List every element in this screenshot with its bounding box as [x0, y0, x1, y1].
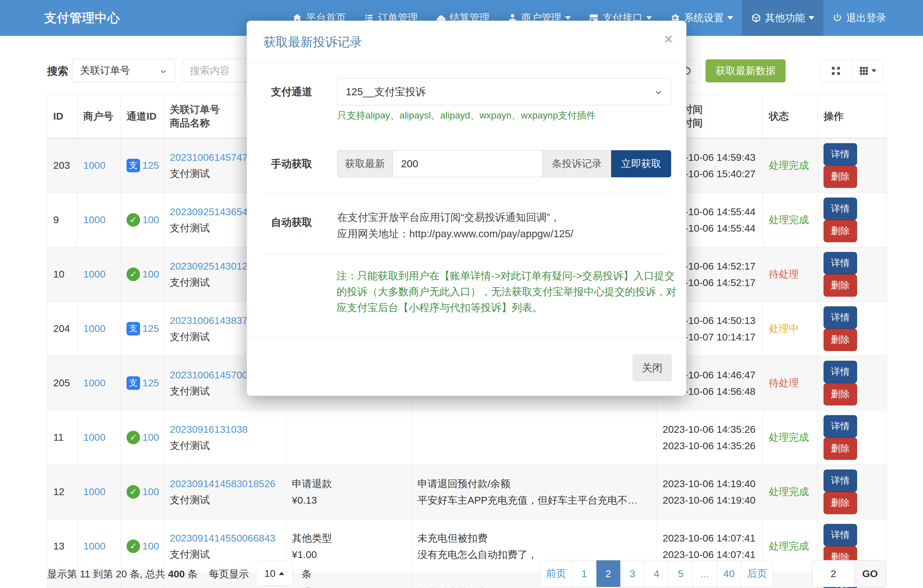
- order-number-link[interactable]: 2023091414550066843: [170, 532, 275, 544]
- merchant-link[interactable]: 1000: [83, 541, 106, 552]
- cell-merchant: 1000: [77, 138, 121, 193]
- cell-merchant: 1000: [77, 410, 121, 465]
- column-header: 操作: [818, 94, 887, 138]
- detail-button[interactable]: 详情: [824, 361, 857, 383]
- detail-button[interactable]: 详情: [824, 252, 857, 274]
- channel-id-link[interactable]: 125: [143, 377, 159, 389]
- cell-merchant: 1000: [77, 519, 121, 573]
- cell-actions: 详情删除: [818, 247, 887, 301]
- cell-channel: 支 125: [121, 138, 164, 193]
- modal-close-button[interactable]: 关闭: [632, 354, 672, 381]
- merchant-link[interactable]: 1000: [83, 432, 106, 443]
- alipay-channel-icon: 支: [126, 376, 140, 390]
- merchant-link[interactable]: 1000: [83, 377, 106, 388]
- detail-button[interactable]: 详情: [824, 198, 857, 220]
- chevron-down-icon: [654, 88, 663, 96]
- delete-button[interactable]: 删除: [824, 329, 857, 351]
- merchant-link[interactable]: 1000: [83, 323, 106, 334]
- nav-item-其他功能[interactable]: 其他功能: [742, 0, 823, 36]
- delete-button[interactable]: 删除: [824, 220, 857, 242]
- channel-id-link[interactable]: 100: [143, 214, 159, 226]
- close-icon[interactable]: ×: [664, 32, 673, 46]
- wechat-channel-icon: ✓: [126, 213, 140, 227]
- channel-id-link[interactable]: 100: [143, 486, 159, 498]
- fetch-now-button[interactable]: 立即获取: [611, 150, 671, 177]
- delete-button[interactable]: 删除: [824, 437, 857, 460]
- page-button[interactable]: 5: [668, 560, 693, 587]
- nav-item-退出登录[interactable]: 退出登录: [823, 0, 895, 36]
- grid-icon: [859, 66, 869, 76]
- channel-id-link[interactable]: 125: [143, 323, 159, 334]
- order-number-link[interactable]: 20231006145700: [170, 369, 248, 380]
- channel-id-link[interactable]: 100: [143, 432, 159, 443]
- page-jump-go-button[interactable]: GO: [855, 560, 886, 587]
- page-button-active[interactable]: 2: [596, 560, 620, 587]
- order-number-link[interactable]: 20231006143837: [170, 315, 248, 326]
- detail-button[interactable]: 详情: [824, 415, 857, 437]
- order-number-link[interactable]: 20231006145747: [170, 152, 248, 163]
- fetch-count-input[interactable]: [393, 150, 542, 177]
- status-badge: 处理中: [769, 323, 799, 334]
- chevron-down-icon: [159, 67, 167, 74]
- merchant-link[interactable]: 1000: [83, 486, 106, 497]
- delete-button[interactable]: 删除: [824, 383, 857, 405]
- cell-id: 205: [48, 356, 77, 410]
- cell-id: 12: [48, 465, 77, 519]
- order-number-link[interactable]: 20230925143012: [170, 260, 248, 272]
- column-header: ID: [48, 94, 77, 138]
- cell-merchant: 1000: [77, 356, 121, 410]
- merchant-link[interactable]: 1000: [83, 214, 106, 225]
- cell-channel: 支 125: [121, 356, 164, 410]
- detail-button[interactable]: 详情: [824, 524, 857, 546]
- delete-button[interactable]: 删除: [824, 274, 857, 296]
- alipay-channel-icon: 支: [126, 159, 140, 172]
- fullscreen-button[interactable]: [820, 60, 851, 82]
- merchant-link[interactable]: 1000: [83, 269, 106, 280]
- page-size-select[interactable]: 10: [256, 561, 293, 586]
- channel-id-link[interactable]: 100: [143, 269, 159, 280]
- fetch-latest-data-button[interactable]: 获取最新数据: [706, 59, 786, 82]
- created-time: 2023-10-06 14:35:26: [663, 421, 757, 437]
- order-number-link[interactable]: 20230925143654: [170, 206, 248, 217]
- order-number-link[interactable]: 2023091414583018526: [170, 478, 275, 489]
- page-button[interactable]: 40: [717, 560, 741, 587]
- cell-channel: ✓ 100: [121, 519, 164, 573]
- page-button[interactable]: 后页: [741, 560, 773, 587]
- complaint-type: 申请退款: [292, 475, 406, 492]
- cell-id: 10: [48, 247, 77, 301]
- caret-down-icon: [808, 16, 815, 20]
- payment-channel-select[interactable]: 125__支付宝投诉: [337, 78, 671, 105]
- cube-icon: [751, 13, 762, 23]
- detail-button[interactable]: 详情: [824, 143, 857, 165]
- per-page-unit: 条: [302, 567, 312, 581]
- page-button[interactable]: 1: [572, 560, 596, 587]
- alipay-channel-icon: 支: [126, 322, 140, 336]
- page-button[interactable]: 前页: [540, 560, 572, 587]
- complaint-reason: 申请退回预付款/余额: [417, 475, 650, 492]
- columns-button[interactable]: [851, 60, 883, 82]
- delete-button[interactable]: 删除: [824, 165, 857, 188]
- delete-button[interactable]: 删除: [824, 492, 857, 514]
- table-row: 11 1000 ✓ 100 20230916131038 支付测试 2023-1…: [48, 410, 887, 465]
- page-button[interactable]: 3: [620, 560, 644, 587]
- detail-button[interactable]: 详情: [824, 306, 857, 329]
- cell-status: 待处理: [763, 247, 818, 301]
- channel-id-link[interactable]: 100: [143, 541, 159, 552]
- complaint-amount: ¥0.13: [292, 492, 406, 508]
- page-jump-input[interactable]: [812, 560, 855, 587]
- power-icon: [832, 13, 843, 23]
- cell-complaint-content: 申请退回预付款/余额 平安好车主APP充电充值，但好车主平台充电不…: [412, 465, 657, 519]
- search-type-select[interactable]: 关联订单号: [72, 59, 175, 82]
- channel-hint: 只支持alipay、alipaysl、alipayd、wxpayn、wxpayn…: [337, 109, 596, 122]
- search-label: 搜索: [47, 64, 68, 79]
- detail-button[interactable]: 详情: [824, 470, 857, 492]
- page-button[interactable]: 4: [644, 560, 668, 587]
- merchant-link[interactable]: 1000: [83, 160, 106, 171]
- cell-id: 11: [48, 410, 77, 465]
- channel-id-link[interactable]: 125: [143, 160, 159, 171]
- cell-time: 2023-10-06 14:35:26 2023-10-06 14:35:26: [657, 410, 763, 465]
- order-number-link[interactable]: 2023092818244343881: [170, 587, 275, 588]
- cell-merchant: 1000: [77, 301, 121, 356]
- order-number-link[interactable]: 20230916131038: [170, 424, 248, 435]
- caret-down-icon: [646, 16, 652, 20]
